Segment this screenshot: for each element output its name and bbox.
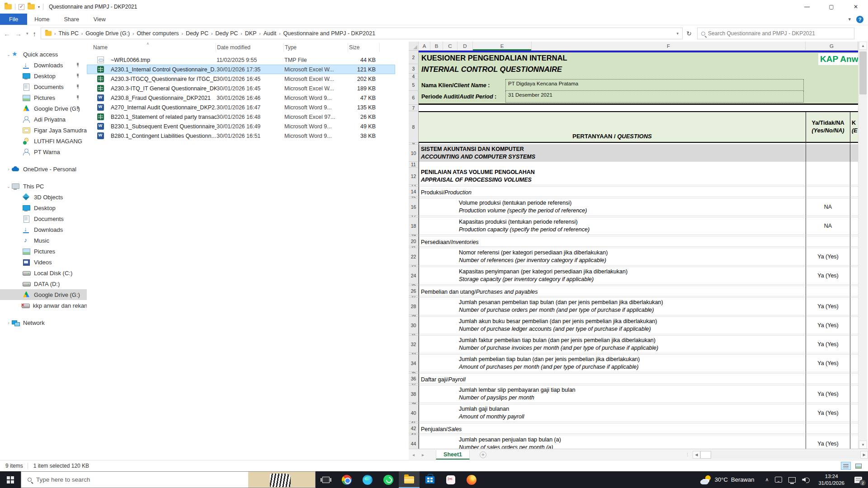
crumb-separator-icon[interactable]: › xyxy=(240,31,242,36)
breadcrumb-item[interactable]: Dedy PC xyxy=(184,30,211,37)
column-header-b[interactable]: B xyxy=(430,42,443,51)
file-row[interactable]: A230.8_Fraud Questionnaire_DKP202130/01/… xyxy=(87,93,395,103)
expand-chevron-icon[interactable]: › xyxy=(5,320,12,325)
address-dropdown-caret-icon[interactable]: ▾ xyxy=(677,31,681,36)
sidebar-item[interactable]: ⌄Quick access xyxy=(0,49,87,60)
file-explorer-button[interactable] xyxy=(399,471,420,488)
sidebar-item[interactable]: Google Drive (G:) xyxy=(0,103,87,114)
sidebar-item[interactable]: LUTHFI MAGANG xyxy=(0,136,87,146)
row-number[interactable]: 3 xyxy=(409,64,419,74)
sidebar-item[interactable]: Adi Priyatna xyxy=(0,114,87,125)
up-icon[interactable]: ↑ xyxy=(33,30,37,38)
sheet-row[interactable]: 38Jumlah lembar slip pembayaran gaji tia… xyxy=(409,385,858,403)
task-view-button[interactable] xyxy=(316,471,336,488)
add-sheet-icon[interactable]: + xyxy=(480,451,486,458)
file-row[interactable]: A230.3-ITQ_IT General Questionnaire_DK..… xyxy=(87,84,395,93)
sheet-row[interactable]: 22Nomor referensi (per kategori persedia… xyxy=(409,248,858,265)
breadcrumb-item[interactable]: Dedy PC xyxy=(213,30,240,37)
sheet-row[interactable]: 16Volume produksi (tentukan periode refe… xyxy=(409,198,858,216)
tab-home[interactable]: Home xyxy=(27,14,57,25)
row-number[interactable]: 4 xyxy=(409,74,419,79)
sheet-row[interactable]: 26Pembelian dan utang/Purchases and paya… xyxy=(409,286,858,296)
file-row[interactable]: A230.3-ITGCQ_Questionnaire for ITGC_DK..… xyxy=(87,74,395,84)
breadcrumb-item[interactable]: Other computers xyxy=(134,30,181,37)
weather-widget[interactable]: 30°C Berawan xyxy=(694,471,761,488)
row-number[interactable]: 2 xyxy=(409,51,419,64)
column-header-d[interactable]: D xyxy=(458,42,473,51)
scroll-up-icon[interactable]: ▲ xyxy=(859,42,867,50)
forward-icon[interactable]: → xyxy=(15,30,22,38)
crumb-separator-icon[interactable]: › xyxy=(259,31,261,36)
start-button[interactable] xyxy=(0,471,21,488)
edge-button[interactable] xyxy=(357,471,378,488)
next-sheet-icon[interactable]: ▸ xyxy=(418,452,428,457)
snipping-tool-button[interactable] xyxy=(440,471,461,488)
large-icons-view-button[interactable] xyxy=(854,462,863,470)
sidebar-item[interactable]: ⌄This PC xyxy=(0,181,87,192)
firefox-button[interactable] xyxy=(461,471,482,488)
customize-toolbar-caret-icon[interactable]: ▾ xyxy=(38,5,40,9)
breadcrumb-item[interactable]: Google Drive (G:) xyxy=(83,30,132,37)
column-header-f[interactable]: F xyxy=(532,42,806,51)
column-header-c[interactable]: C xyxy=(443,42,458,51)
tablet-mode-icon[interactable] xyxy=(775,477,782,483)
sidebar-item[interactable]: kkp anwar dan rekan (\\1 xyxy=(0,300,87,311)
tab-file[interactable]: File xyxy=(0,14,27,25)
sheet-row[interactable]: 30Jumlah akun buku besar pembelian (dan … xyxy=(409,317,858,334)
sheet-row[interactable]: 40Jumlah gaji bulananAmount of monthly p… xyxy=(409,404,858,422)
column-header-a[interactable]: A xyxy=(419,42,430,51)
taskbar-search-input[interactable]: Type here to search xyxy=(21,471,316,488)
row-number[interactable]: 8 xyxy=(409,111,419,143)
sheet-row[interactable]: 42Penjualan/Sales xyxy=(409,423,858,433)
breadcrumb[interactable]: › This PC›Google Drive (G:)›Other comput… xyxy=(41,28,683,39)
file-row[interactable]: B230.1_Subsequent Event Questionnaire_..… xyxy=(87,122,395,131)
clock[interactable]: 13:24 31/01/2026 xyxy=(815,473,848,487)
sheet-row[interactable]: 11 xyxy=(409,162,858,168)
sidebar-item[interactable]: Documents xyxy=(0,81,87,92)
breadcrumb-item[interactable]: Questionnaire and PMPJ - DKP2021 xyxy=(281,30,378,37)
refresh-icon[interactable]: ↻ xyxy=(684,28,694,39)
tab-share[interactable]: Share xyxy=(57,14,86,25)
sheet-row[interactable]: 18Kapasitas produksi (tentukan periode r… xyxy=(409,217,858,235)
sidebar-item[interactable]: Figar Jaya Samudra xyxy=(0,125,87,136)
expand-chevron-icon[interactable]: ⌄ xyxy=(5,52,12,57)
sidebar-item[interactable]: Documents xyxy=(0,213,87,224)
column-header-e[interactable]: E xyxy=(473,42,532,51)
expand-chevron-icon[interactable]: › xyxy=(5,167,12,172)
help-icon[interactable]: ? xyxy=(856,16,863,23)
sidebar-item[interactable]: Videos xyxy=(0,257,87,267)
sheet-row[interactable]: 12PENILAIAN ATAS VOLUME PENGOLAHANAPPRAI… xyxy=(409,168,858,185)
sidebar-item[interactable]: 3D Objects xyxy=(0,192,87,202)
sidebar-item[interactable]: Pictures xyxy=(0,92,87,103)
sidebar-item[interactable]: Downloads xyxy=(0,60,87,70)
column-header-type[interactable]: Type xyxy=(284,43,348,52)
vertical-scroll-thumb[interactable] xyxy=(859,52,867,94)
microsoft-store-button[interactable] xyxy=(420,471,440,488)
column-header-date[interactable]: Date modified xyxy=(216,43,284,52)
recent-locations-caret-icon[interactable]: ▾ xyxy=(26,31,28,36)
back-icon[interactable]: ← xyxy=(4,30,10,38)
sidebar-item[interactable]: ›Network xyxy=(0,317,87,328)
tab-view[interactable]: View xyxy=(86,14,113,25)
sheet-row[interactable]: 20Persediaan/Inventories xyxy=(409,236,858,246)
breadcrumb-item[interactable]: Audit xyxy=(261,30,279,37)
network-icon[interactable] xyxy=(788,477,796,483)
sheet-row[interactable]: 44Jumlah pesanan penjualan tiap bulan (a… xyxy=(409,435,858,449)
expand-ribbon-icon[interactable]: ▾ xyxy=(848,16,851,22)
minimize-button[interactable]: — xyxy=(795,0,819,14)
crumb-separator-icon[interactable]: › xyxy=(278,31,281,36)
sidebar-item[interactable]: PT Warna xyxy=(0,146,87,157)
sheet-row[interactable]: 34Jumlah pembelian tiap bulan (dan per j… xyxy=(409,355,858,372)
sheet-row[interactable]: 10SISTEM AKUNTANSI DAN KOMPUTERACCOUNTIN… xyxy=(409,145,858,162)
search-input[interactable]: Search Questionnaire and PMPJ - DKP2021 xyxy=(697,28,854,39)
horizontal-scrollbar[interactable]: ⋮ ◀ ▶ xyxy=(685,449,868,460)
chrome-button[interactable] xyxy=(336,471,357,488)
restore-button[interactable]: ▢ xyxy=(819,0,844,14)
file-row[interactable]: B220.1_Statement of related party transa… xyxy=(87,112,395,122)
sheet-row[interactable]: 32Jumlah faktur pembelian tiap bulan (da… xyxy=(409,336,858,353)
row-number[interactable]: 6 xyxy=(409,91,419,105)
sheet-row[interactable]: 14Produksi/Production xyxy=(409,187,858,197)
sidebar-item[interactable]: Desktop xyxy=(0,202,87,213)
sheet-tab[interactable]: Sheet1 xyxy=(436,450,470,460)
breadcrumb-item[interactable]: This PC xyxy=(56,30,80,37)
